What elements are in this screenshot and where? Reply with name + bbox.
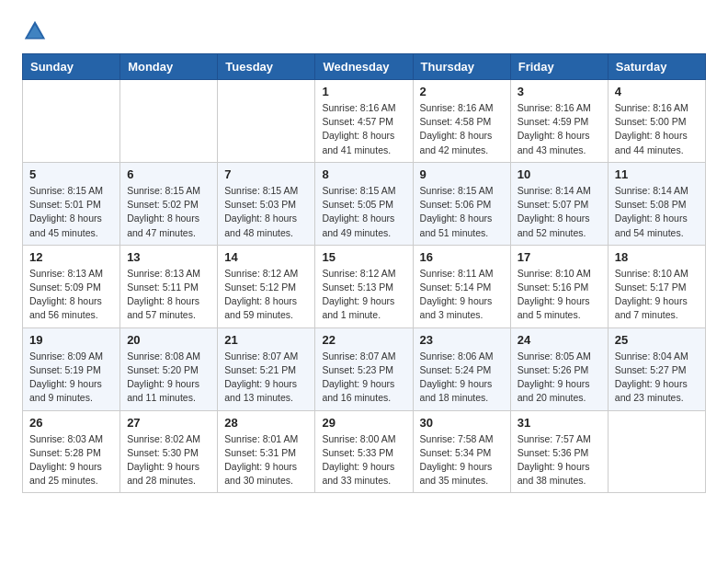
day-info: Sunrise: 8:15 AM Sunset: 5:06 PM Dayligh… (420, 184, 504, 240)
calendar-cell: 31Sunrise: 7:57 AM Sunset: 5:36 PM Dayli… (510, 410, 608, 493)
calendar-cell (218, 80, 315, 163)
day-info: Sunrise: 8:12 AM Sunset: 5:13 PM Dayligh… (322, 267, 405, 323)
calendar-cell (23, 80, 120, 163)
week-row-5: 26Sunrise: 8:03 AM Sunset: 5:28 PM Dayli… (23, 410, 706, 493)
week-row-2: 5Sunrise: 8:15 AM Sunset: 5:01 PM Daylig… (23, 162, 706, 245)
day-number: 6 (127, 167, 210, 181)
day-number: 10 (518, 167, 601, 181)
day-info: Sunrise: 8:03 AM Sunset: 5:28 PM Dayligh… (29, 432, 113, 488)
calendar-cell: 27Sunrise: 8:02 AM Sunset: 5:30 PM Dayli… (120, 410, 218, 493)
calendar-cell: 21Sunrise: 8:07 AM Sunset: 5:21 PM Dayli… (218, 327, 315, 410)
calendar-cell: 17Sunrise: 8:10 AM Sunset: 5:16 PM Dayli… (510, 245, 608, 327)
day-info: Sunrise: 8:07 AM Sunset: 5:21 PM Dayligh… (224, 350, 308, 406)
week-row-3: 12Sunrise: 8:13 AM Sunset: 5:09 PM Dayli… (23, 245, 706, 327)
day-info: Sunrise: 8:14 AM Sunset: 5:07 PM Dayligh… (518, 184, 601, 240)
day-info: Sunrise: 8:15 AM Sunset: 5:05 PM Dayligh… (322, 184, 405, 240)
day-info: Sunrise: 8:15 AM Sunset: 5:01 PM Dayligh… (29, 184, 113, 240)
day-number: 26 (29, 416, 113, 430)
weekday-header-wednesday: Wednesday (315, 54, 413, 80)
day-info: Sunrise: 8:09 AM Sunset: 5:19 PM Dayligh… (29, 350, 113, 406)
day-info: Sunrise: 8:15 AM Sunset: 5:02 PM Dayligh… (127, 184, 210, 240)
day-number: 23 (420, 333, 504, 347)
logo (22, 18, 53, 44)
day-number: 31 (518, 416, 601, 430)
week-row-1: 1Sunrise: 8:16 AM Sunset: 4:57 PM Daylig… (23, 80, 706, 163)
calendar-cell: 12Sunrise: 8:13 AM Sunset: 5:09 PM Dayli… (23, 245, 120, 327)
day-info: Sunrise: 8:16 AM Sunset: 4:59 PM Dayligh… (518, 101, 601, 157)
day-number: 15 (322, 250, 405, 264)
day-number: 25 (615, 333, 699, 347)
calendar-cell: 29Sunrise: 8:00 AM Sunset: 5:33 PM Dayli… (315, 410, 413, 493)
day-number: 18 (615, 250, 699, 264)
day-number: 22 (322, 333, 405, 347)
calendar-cell: 11Sunrise: 8:14 AM Sunset: 5:08 PM Dayli… (608, 162, 705, 245)
calendar-cell: 26Sunrise: 8:03 AM Sunset: 5:28 PM Dayli… (23, 410, 120, 493)
calendar-cell: 4Sunrise: 8:16 AM Sunset: 5:00 PM Daylig… (608, 80, 705, 163)
day-info: Sunrise: 8:01 AM Sunset: 5:31 PM Dayligh… (224, 432, 308, 488)
weekday-header-thursday: Thursday (413, 54, 510, 80)
calendar-cell: 18Sunrise: 8:10 AM Sunset: 5:17 PM Dayli… (608, 245, 705, 327)
day-info: Sunrise: 8:04 AM Sunset: 5:27 PM Dayligh… (615, 350, 699, 406)
calendar-cell: 15Sunrise: 8:12 AM Sunset: 5:13 PM Dayli… (315, 245, 413, 327)
day-number: 14 (224, 250, 308, 264)
weekday-header-monday: Monday (120, 54, 218, 80)
weekday-header-tuesday: Tuesday (218, 54, 315, 80)
calendar-cell: 24Sunrise: 8:05 AM Sunset: 5:26 PM Dayli… (510, 327, 608, 410)
calendar-cell: 13Sunrise: 8:13 AM Sunset: 5:11 PM Dayli… (120, 245, 218, 327)
day-info: Sunrise: 8:10 AM Sunset: 5:17 PM Dayligh… (615, 267, 699, 323)
day-info: Sunrise: 7:57 AM Sunset: 5:36 PM Dayligh… (518, 432, 601, 488)
calendar-cell: 23Sunrise: 8:06 AM Sunset: 5:24 PM Dayli… (413, 327, 510, 410)
weekday-header-friday: Friday (510, 54, 608, 80)
calendar-cell: 7Sunrise: 8:15 AM Sunset: 5:03 PM Daylig… (218, 162, 315, 245)
day-info: Sunrise: 8:16 AM Sunset: 4:58 PM Dayligh… (420, 101, 504, 157)
day-info: Sunrise: 8:11 AM Sunset: 5:14 PM Dayligh… (420, 267, 504, 323)
day-info: Sunrise: 8:10 AM Sunset: 5:16 PM Dayligh… (518, 267, 601, 323)
calendar-cell: 2Sunrise: 8:16 AM Sunset: 4:58 PM Daylig… (413, 80, 510, 163)
calendar-cell: 20Sunrise: 8:08 AM Sunset: 5:20 PM Dayli… (120, 327, 218, 410)
calendar-cell: 5Sunrise: 8:15 AM Sunset: 5:01 PM Daylig… (23, 162, 120, 245)
day-info: Sunrise: 8:07 AM Sunset: 5:23 PM Dayligh… (322, 350, 405, 406)
day-number: 17 (518, 250, 601, 264)
day-number: 24 (518, 333, 601, 347)
day-number: 16 (420, 250, 504, 264)
day-info: Sunrise: 8:06 AM Sunset: 5:24 PM Dayligh… (420, 350, 504, 406)
day-number: 4 (615, 85, 699, 98)
day-number: 30 (420, 416, 504, 430)
day-number: 2 (420, 85, 504, 98)
day-info: Sunrise: 8:13 AM Sunset: 5:09 PM Dayligh… (29, 267, 113, 323)
calendar-cell: 8Sunrise: 8:15 AM Sunset: 5:05 PM Daylig… (315, 162, 413, 245)
day-number: 12 (29, 250, 113, 264)
calendar-cell: 9Sunrise: 8:15 AM Sunset: 5:06 PM Daylig… (413, 162, 510, 245)
page: SundayMondayTuesdayWednesdayThursdayFrid… (0, 0, 728, 508)
day-number: 7 (224, 167, 308, 181)
day-number: 8 (322, 167, 405, 181)
calendar-cell (120, 80, 218, 163)
calendar-cell: 6Sunrise: 8:15 AM Sunset: 5:02 PM Daylig… (120, 162, 218, 245)
calendar-cell: 1Sunrise: 8:16 AM Sunset: 4:57 PM Daylig… (315, 80, 413, 163)
day-number: 28 (224, 416, 308, 430)
calendar-cell: 19Sunrise: 8:09 AM Sunset: 5:19 PM Dayli… (23, 327, 120, 410)
logo-icon (22, 18, 48, 44)
calendar-cell: 10Sunrise: 8:14 AM Sunset: 5:07 PM Dayli… (510, 162, 608, 245)
day-info: Sunrise: 8:16 AM Sunset: 4:57 PM Dayligh… (322, 101, 405, 157)
calendar: SundayMondayTuesdayWednesdayThursdayFrid… (22, 53, 706, 493)
calendar-cell: 3Sunrise: 8:16 AM Sunset: 4:59 PM Daylig… (510, 80, 608, 163)
calendar-cell: 25Sunrise: 8:04 AM Sunset: 5:27 PM Dayli… (608, 327, 705, 410)
day-number: 20 (127, 333, 210, 347)
day-number: 3 (518, 85, 601, 98)
day-info: Sunrise: 8:02 AM Sunset: 5:30 PM Dayligh… (127, 432, 210, 488)
weekday-header-row: SundayMondayTuesdayWednesdayThursdayFrid… (23, 54, 706, 80)
day-number: 29 (322, 416, 405, 430)
day-info: Sunrise: 8:16 AM Sunset: 5:00 PM Dayligh… (615, 101, 699, 157)
header (22, 18, 706, 44)
calendar-cell: 14Sunrise: 8:12 AM Sunset: 5:12 PM Dayli… (218, 245, 315, 327)
day-number: 9 (420, 167, 504, 181)
day-info: Sunrise: 8:12 AM Sunset: 5:12 PM Dayligh… (224, 267, 308, 323)
day-number: 13 (127, 250, 210, 264)
day-number: 21 (224, 333, 308, 347)
weekday-header-saturday: Saturday (608, 54, 705, 80)
calendar-cell: 30Sunrise: 7:58 AM Sunset: 5:34 PM Dayli… (413, 410, 510, 493)
calendar-cell: 16Sunrise: 8:11 AM Sunset: 5:14 PM Dayli… (413, 245, 510, 327)
calendar-cell (608, 410, 705, 493)
day-info: Sunrise: 8:13 AM Sunset: 5:11 PM Dayligh… (127, 267, 210, 323)
